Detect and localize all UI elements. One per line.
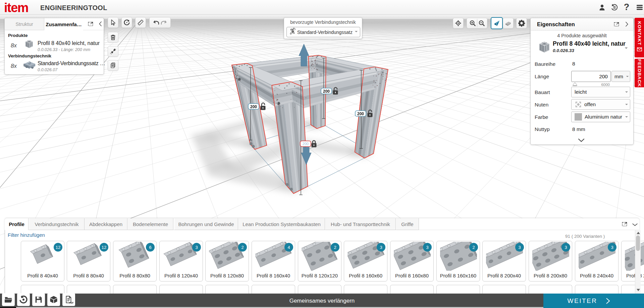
svg-text:?: ? <box>624 3 630 12</box>
svg-text:200: 200 <box>303 142 309 146</box>
svg-text:200: 200 <box>250 104 257 109</box>
svg-text:200: 200 <box>357 112 364 116</box>
svg-text:200: 200 <box>323 89 330 94</box>
